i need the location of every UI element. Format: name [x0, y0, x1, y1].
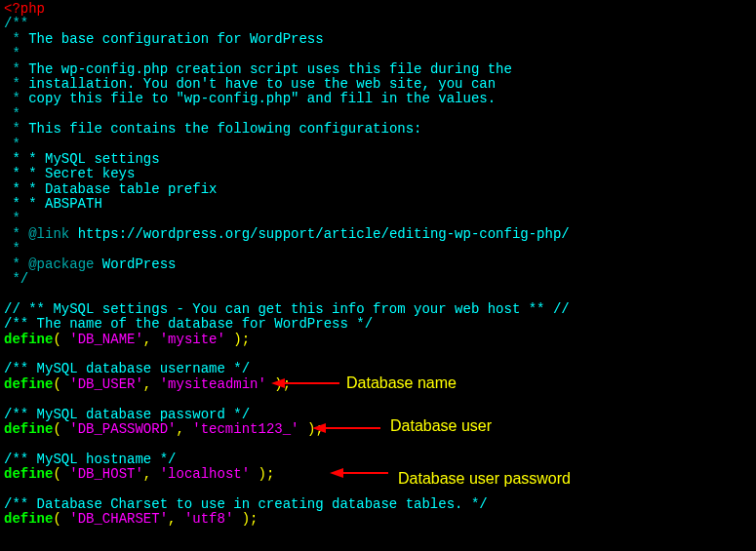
db-pass-key: 'DB_PASSWORD' — [69, 421, 176, 437]
svg-marker-1 — [271, 378, 285, 388]
arrow-db-pass — [330, 466, 388, 480]
db-host-value: 'localhost' — [160, 466, 250, 482]
arrow-db-name — [271, 376, 339, 390]
db-name-value: 'mysite' — [160, 332, 225, 347]
db-host-key: 'DB_HOST' — [69, 466, 143, 482]
svg-marker-3 — [312, 423, 326, 433]
annotation-db-pass: Database user password — [398, 470, 571, 488]
annotation-db-name: Database name — [346, 374, 457, 392]
svg-marker-5 — [330, 468, 343, 478]
db-user-comment: /** MySQL database username */ — [4, 361, 250, 376]
db-pass-value: 'tecmint123_' — [192, 421, 298, 437]
db-user-key: 'DB_USER' — [69, 376, 143, 392]
code-block: <?php /** * The base configuration for W… — [0, 0, 756, 530]
db-charset-value: 'utf8' — [184, 511, 233, 527]
db-name-comment: /** The name of the database for WordPre… — [4, 316, 373, 332]
mysql-settings-comment: // ** MySQL settings - You can get this … — [4, 301, 570, 317]
annotation-db-user: Database user — [390, 417, 492, 435]
db-host-comment: /** MySQL hostname */ — [4, 452, 176, 467]
db-user-value: 'mysiteadmin' — [160, 376, 266, 392]
db-name-key: 'DB_NAME' — [69, 332, 143, 347]
comment-open: /** — [4, 16, 28, 31]
arrow-db-user — [312, 421, 380, 435]
php-open: <?php — [4, 1, 45, 17]
db-charset-comment: /** Database Charset to use in creating … — [4, 496, 488, 512]
db-pass-comment: /** MySQL database password */ — [4, 407, 250, 422]
db-charset-key: 'DB_CHARSET' — [69, 511, 168, 527]
